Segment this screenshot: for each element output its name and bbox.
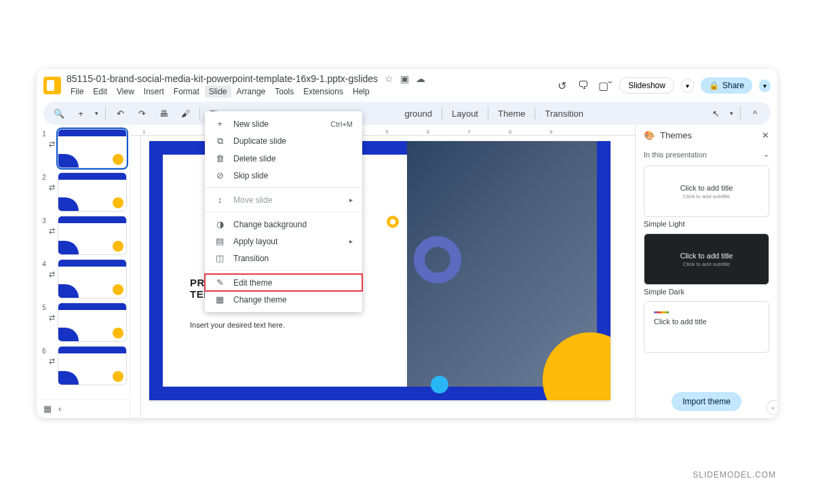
layout-icon: ▤ xyxy=(214,236,225,246)
menu-move-slide: ↕Move slide▸ xyxy=(205,191,362,208)
redo-icon[interactable]: ↷ xyxy=(134,106,149,121)
transition-icon: ◫ xyxy=(214,253,225,263)
side-panel-expand[interactable]: ‹ xyxy=(767,400,777,415)
document-title-row: 85115-01-brand-social-media-kit-powerpoi… xyxy=(66,73,549,84)
app-body: 1⇄2⇄3⇄4⇄5⇄6⇄ 1123456789 PRESENTATIONTEMP… xyxy=(37,125,777,418)
duplicate-icon: ⧉ xyxy=(214,136,225,147)
grid-view-icon[interactable]: ▦ xyxy=(43,404,52,414)
meet-icon[interactable]: ▢˘ xyxy=(598,78,613,93)
menu-extensions[interactable]: Extensions xyxy=(299,85,347,98)
background-icon: ◑ xyxy=(214,219,225,229)
move-folder-icon[interactable]: ▣ xyxy=(400,73,409,84)
thumbnail-4[interactable] xyxy=(58,259,127,298)
decorative-circle-blue xyxy=(431,376,448,393)
themes-panel: 🎨 Themes ✕ In this presentation ⌄ Click … xyxy=(635,125,777,418)
close-icon[interactable]: ✕ xyxy=(762,130,769,140)
menu-change-theme[interactable]: ▦Change theme xyxy=(205,291,362,308)
lock-icon: 🔒 xyxy=(709,81,719,90)
new-slide-icon[interactable]: + xyxy=(73,106,88,121)
star-icon[interactable]: ☆ xyxy=(385,73,393,84)
history-icon[interactable]: ↺ xyxy=(554,78,569,93)
menu-skip-slide[interactable]: ⊘Skip slide xyxy=(205,167,362,184)
slideshow-dropdown[interactable]: ▾ xyxy=(681,79,694,93)
undo-icon[interactable]: ↶ xyxy=(113,106,128,121)
document-title[interactable]: 85115-01-brand-social-media-kit-powerpoi… xyxy=(66,73,378,84)
menu-edit-theme[interactable]: ✎Edit theme xyxy=(205,274,362,291)
toolbar-theme[interactable]: Theme xyxy=(495,109,528,119)
menu-edit[interactable]: Edit xyxy=(89,85,111,98)
menubar: FileEditViewInsertFormatSlideArrangeTool… xyxy=(66,85,549,98)
themes-section-header[interactable]: In this presentation ⌄ xyxy=(636,146,777,163)
comments-icon[interactable]: 🗨 xyxy=(576,78,591,93)
menu-file[interactable]: File xyxy=(66,85,88,98)
menu-view[interactable]: View xyxy=(113,85,138,98)
share-button[interactable]: 🔒Share xyxy=(701,77,752,94)
theme-card[interactable]: Click to add titleClick to add subtitle xyxy=(644,166,769,217)
menu-tools[interactable]: Tools xyxy=(271,85,298,98)
menu-change-background[interactable]: ◑Change background xyxy=(205,216,362,233)
background-partial[interactable]: ground xyxy=(402,109,434,119)
import-theme-button[interactable]: Import theme xyxy=(672,392,741,411)
menu-arrange[interactable]: Arrange xyxy=(233,85,270,98)
slide-menu-dropdown: +New slideCtrl+M ⧉Duplicate slide 🗑Delet… xyxy=(205,111,362,312)
menu-apply-layout[interactable]: ▤Apply layout▸ xyxy=(205,233,362,250)
menu-slide[interactable]: Slide xyxy=(205,85,231,98)
themes-title: Themes xyxy=(660,130,692,140)
titlebar: 85115-01-brand-social-media-kit-powerpoi… xyxy=(37,69,777,98)
theme-card[interactable]: Click to add title xyxy=(644,301,769,353)
trash-icon: 🗑 xyxy=(214,153,225,163)
decorative-ring-small xyxy=(387,216,399,228)
toolbar-overflow-icon[interactable]: ^ xyxy=(748,106,762,121)
print-icon[interactable]: 🖶 xyxy=(156,106,171,121)
slideshow-button[interactable]: Slideshow xyxy=(619,77,674,94)
toolbar: 🔍 +▾ ↶ ↷ 🖶 🖌 Fit▾ ground Layout Theme Tr… xyxy=(43,102,771,125)
thumbnail-1[interactable] xyxy=(58,129,127,168)
thumbnail-5[interactable] xyxy=(58,303,127,342)
thumbnail-6[interactable] xyxy=(58,346,127,385)
share-dropdown[interactable]: ▾ xyxy=(759,79,771,92)
chevron-down-icon: ⌄ xyxy=(763,150,769,159)
search-icon[interactable]: 🔍 xyxy=(52,106,66,121)
menu-insert[interactable]: Insert xyxy=(140,85,168,98)
watermark: SLIDEMODEL.COM xyxy=(693,470,776,480)
menu-new-slide[interactable]: +New slideCtrl+M xyxy=(205,115,362,132)
menu-duplicate-slide[interactable]: ⧉Duplicate slide xyxy=(205,132,362,150)
theme-card[interactable]: Click to add titleClick to add subtitle xyxy=(644,233,769,285)
google-slides-window: 85115-01-brand-social-media-kit-powerpoi… xyxy=(37,69,777,418)
menu-format[interactable]: Format xyxy=(170,85,204,98)
cloud-status-icon[interactable]: ☁ xyxy=(416,73,425,84)
menu-transition[interactable]: ◫Transition xyxy=(205,250,362,267)
menu-delete-slide[interactable]: 🗑Delete slide xyxy=(205,150,362,167)
collapse-icon[interactable]: ‹ xyxy=(58,404,61,414)
menu-help[interactable]: Help xyxy=(349,85,374,98)
paint-format-icon[interactable]: 🖌 xyxy=(178,106,193,121)
palette-icon: 🎨 xyxy=(644,130,655,140)
decorative-ring xyxy=(414,236,461,284)
move-icon: ↕ xyxy=(214,195,225,205)
slide-thumbnails: 1⇄2⇄3⇄4⇄5⇄6⇄ xyxy=(37,125,130,418)
skip-icon: ⊘ xyxy=(214,170,225,180)
vertical-ruler xyxy=(130,136,141,418)
change-theme-icon: ▦ xyxy=(214,294,225,305)
cursor-icon[interactable]: ↖ xyxy=(708,106,723,121)
toolbar-layout[interactable]: Layout xyxy=(449,109,481,119)
slide-body-text[interactable]: Insert your desired text here. xyxy=(190,321,285,329)
edit-theme-icon: ✎ xyxy=(214,277,225,288)
slides-app-icon xyxy=(43,77,61,94)
plus-icon: + xyxy=(214,119,225,129)
thumb-footer: ▦ ‹ xyxy=(37,399,130,418)
thumbnail-3[interactable] xyxy=(58,216,127,255)
theme-label: Simple Light xyxy=(644,220,769,228)
theme-label: Simple Dark xyxy=(644,288,769,296)
toolbar-transition[interactable]: Transition xyxy=(542,109,586,119)
thumbnail-2[interactable] xyxy=(58,172,127,212)
